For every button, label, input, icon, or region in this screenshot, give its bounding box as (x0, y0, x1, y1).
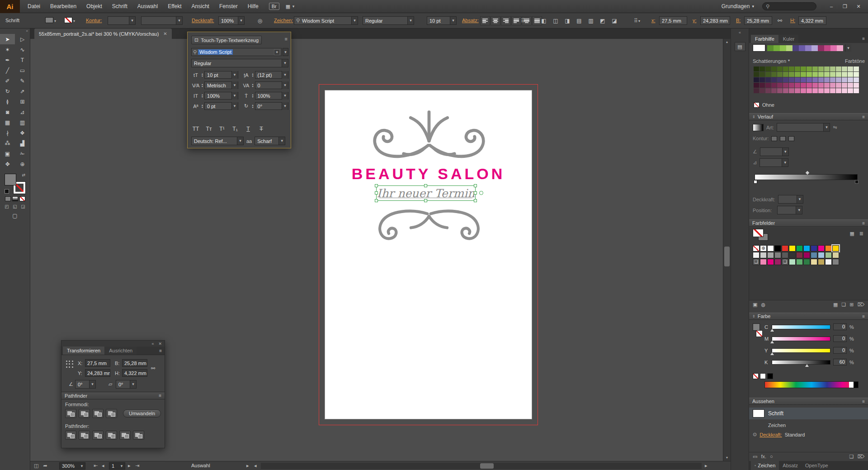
font-family-select[interactable]: ⚲ Wisdom Script ▾ (294, 16, 358, 25)
y-value-field[interactable]: 0 (833, 347, 847, 354)
tab-transformieren[interactable]: Transformieren (63, 347, 104, 355)
variation-swatch[interactable] (795, 72, 800, 77)
gradient-thumbnail[interactable] (753, 124, 764, 131)
clear-appearance-icon[interactable]: ○ (770, 454, 773, 459)
color-swatch[interactable] (818, 252, 825, 258)
m-value-field[interactable]: 0 (833, 335, 847, 342)
variation-swatch[interactable] (760, 77, 765, 82)
font-size-stepper[interactable]: ▴▾ (202, 73, 203, 77)
stroke-gradient-across-button[interactable] (788, 136, 794, 141)
variation-swatch[interactable] (777, 88, 783, 93)
gradient-type-select[interactable]: ▾ (777, 123, 830, 132)
leading-stepper[interactable]: ▴▾ (252, 73, 254, 77)
outline-button[interactable] (119, 431, 131, 440)
design-title[interactable]: BEAUTY SALON (325, 165, 532, 183)
color-swatch[interactable] (832, 252, 839, 258)
color-swatch[interactable] (767, 252, 774, 258)
align-right-objects-icon[interactable]: ◨ (562, 16, 572, 25)
variation-swatch[interactable] (789, 66, 794, 71)
current-color-swatch[interactable] (753, 44, 765, 52)
swatches-panel-header[interactable]: Farbfelder ≡ (749, 219, 868, 227)
toolbar-collapse-icon[interactable]: « (0, 28, 30, 34)
all-caps-button[interactable]: TT (191, 125, 200, 133)
color-swatch[interactable] (789, 252, 796, 258)
variation-swatch[interactable] (765, 66, 771, 71)
gradient-panel-header[interactable]: ⇕ Verlauf ≡ (749, 113, 868, 120)
variation-swatch[interactable] (818, 88, 824, 93)
variation-swatch[interactable] (836, 83, 841, 88)
color-swatch[interactable] (760, 259, 767, 265)
kerning-select[interactable]: Metrisch▾ (204, 81, 238, 89)
variation-swatch[interactable] (836, 88, 841, 93)
touch-type-tool-button[interactable]: ⊡ Touch-Type-Textwerkzeug (191, 36, 262, 44)
color-swatch[interactable] (811, 252, 817, 258)
document-tab[interactable]: 55x85mm_portrait_2s.ai* bei 300 % (CMYK/… (34, 28, 172, 39)
variation-swatch[interactable] (807, 72, 812, 77)
distribute-horizontal-icon[interactable]: ◩ (598, 16, 608, 25)
gradient-midpoint[interactable] (806, 171, 809, 175)
first-artboard-icon[interactable]: ⇤ (94, 463, 98, 469)
font-style-select[interactable]: Regular ▾ (191, 59, 288, 67)
superscript-button[interactable]: T¹ (217, 125, 226, 133)
color-group-folder[interactable]: ❏ (753, 259, 760, 265)
draw-behind-button[interactable]: ◱ (12, 204, 19, 209)
variation-swatch[interactable] (812, 72, 818, 77)
color-swatch[interactable] (796, 259, 803, 265)
harmony-color-swatch[interactable] (786, 45, 793, 51)
registration-swatch[interactable]: ⊕ (760, 245, 767, 252)
y-input[interactable]: 24,283 mm (700, 16, 730, 25)
blend-tool[interactable]: ❖ (15, 128, 30, 138)
color-panel-header[interactable]: ⇕ Farbe ≡ (749, 313, 868, 320)
color-swatch[interactable] (774, 259, 781, 265)
black-swatch[interactable] (767, 373, 773, 379)
variation-swatch[interactable] (783, 77, 788, 82)
menu-hilfe[interactable]: Hilfe (243, 0, 264, 13)
minus-back-button[interactable] (133, 431, 144, 440)
delete-swatch-icon[interactable]: ⌦ (857, 302, 864, 308)
text-flow-handle[interactable] (479, 191, 483, 195)
variation-swatch[interactable] (812, 83, 818, 88)
baseline-shift-stepper[interactable]: ▴▾ (202, 104, 203, 109)
zoom-select[interactable]: 300% ▾ (59, 462, 85, 470)
variation-swatch[interactable] (830, 66, 835, 71)
harmony-color-swatch[interactable] (799, 45, 805, 51)
pen-tool[interactable]: ✒ (0, 55, 15, 65)
app-logo[interactable]: Ai (0, 0, 20, 13)
variation-swatch[interactable] (848, 72, 853, 77)
height-label[interactable]: H: (790, 18, 795, 23)
color-swatch[interactable] (760, 252, 767, 258)
harmony-color-swatch[interactable] (805, 45, 811, 51)
distribute-vertical-icon[interactable]: ◪ (609, 16, 619, 25)
width-label[interactable]: B: (736, 18, 741, 23)
variation-swatch[interactable] (830, 88, 835, 93)
variation-swatch[interactable] (777, 72, 783, 77)
variation-swatch[interactable] (818, 77, 824, 82)
scroll-down-icon[interactable]: ▾ (723, 455, 731, 461)
free-transform-tool[interactable]: ⊞ (15, 96, 30, 107)
trim-button[interactable] (79, 431, 90, 440)
stroke-gradient-along-button[interactable] (780, 136, 786, 141)
height-input[interactable]: 4,322 mm (798, 16, 826, 25)
variation-swatch[interactable] (854, 77, 859, 82)
tracking-select[interactable]: 0▾ (255, 81, 288, 89)
reference-point-icon[interactable]: ⠿ ▾ (632, 16, 642, 25)
horizontal-scroll-thumb[interactable] (480, 463, 494, 469)
vertical-scroll-track[interactable] (723, 45, 731, 455)
variation-swatch[interactable] (830, 72, 835, 77)
variation-swatch[interactable] (807, 88, 812, 93)
vertical-scroll-thumb[interactable] (724, 247, 730, 266)
gradient-stop-start[interactable] (754, 180, 757, 184)
color-swatch[interactable] (818, 259, 825, 265)
tab-opentype[interactable]: OpenType (802, 461, 832, 470)
variation-swatch[interactable] (783, 88, 788, 93)
variation-swatch[interactable] (836, 66, 841, 71)
width-input[interactable]: 25,28 mm (744, 16, 772, 25)
stroke-panel-link[interactable]: Kontur: (86, 18, 102, 23)
color-swatch[interactable] (796, 252, 803, 258)
variation-swatch[interactable] (760, 83, 765, 88)
tab-ausrichten[interactable]: Ausrichten (105, 347, 137, 355)
variation-swatch[interactable] (777, 77, 783, 82)
harmony-color-swatch[interactable] (837, 45, 843, 51)
opacity-select[interactable]: 100% ▾ (218, 16, 245, 25)
variation-swatch[interactable] (765, 77, 771, 82)
